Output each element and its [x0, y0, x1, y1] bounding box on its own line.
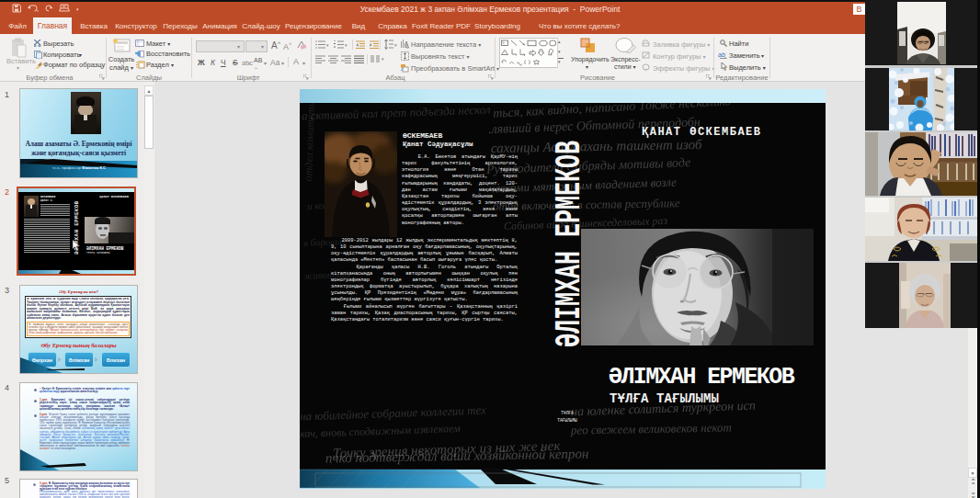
svg-text:ab: ab [718, 51, 725, 58]
